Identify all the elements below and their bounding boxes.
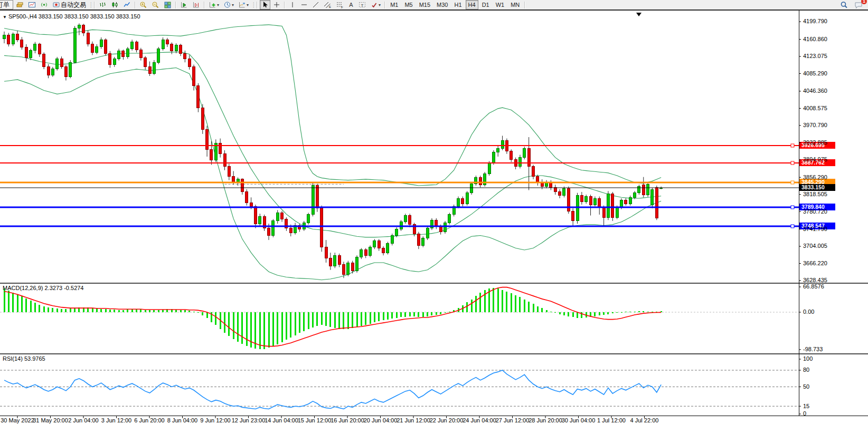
candle-body [51,69,54,75]
candle-body [43,54,45,67]
zoom-in-button[interactable] [138,0,149,9]
candle-body [148,67,151,74]
candle-body [369,247,372,255]
candle-body [329,258,332,266]
text-tool-button[interactable]: A [346,0,356,9]
chart-shift-marker-icon[interactable] [636,13,641,16]
price-tick-label: 3894.975 [803,156,827,162]
macd-histogram-bar [621,312,622,313]
price-badge-label: 3833.150 [801,184,825,190]
svg-text:A: A [349,2,353,8]
level-anchor-marker[interactable] [791,144,794,147]
macd-histogram-bar [466,302,468,312]
macd-histogram-bar [263,312,265,349]
crosshair-tool-button[interactable] [271,0,282,9]
candle-body [391,235,393,243]
macd-histogram-bar [550,312,552,312]
periods-button[interactable]: ▾ [222,0,235,9]
chart-shift-icon [192,1,200,8]
svg-text:E: E [329,5,331,8]
panel-separator[interactable] [0,283,868,284]
macd-histogram-bar [440,312,441,314]
trendline-button[interactable] [310,0,321,9]
candle-body [135,42,138,50]
candle-body [162,40,164,49]
macd-tick-label: -98.733 [803,346,823,352]
macd-tick-label: 0.00 [803,309,814,315]
vertical-line-button[interactable] [287,0,298,9]
tab-timeframe-w1[interactable]: W1 [493,0,507,9]
macd-histogram-bar [268,312,270,348]
templates-button[interactable]: ▾ [237,0,250,9]
level-anchor-marker[interactable] [791,225,794,228]
macd-histogram-bar [136,309,137,312]
tab-timeframe-m1[interactable]: M1 [388,0,401,9]
indicators-button[interactable]: ▾ [207,0,221,9]
line-chart-button[interactable] [121,0,133,9]
tab-timeframe-mn[interactable]: MN [508,0,522,9]
tab-timeframe-m15[interactable]: M15 [417,0,433,9]
level-anchor-marker[interactable] [791,206,794,209]
candle-body [585,197,588,202]
macd-histogram-bar [365,312,366,325]
tab-timeframe-m5[interactable]: M5 [402,0,415,9]
macd-signal-line [4,287,661,346]
chart-shift-button[interactable] [191,0,202,9]
macd-histogram-bar [180,310,182,312]
candle-body [360,250,363,257]
level-anchor-marker[interactable] [791,161,794,165]
macd-histogram-bar [607,312,609,314]
chevron-down-icon: ▾ [247,3,249,7]
candle-body [246,192,248,203]
level-anchor-marker[interactable] [791,181,794,184]
candle-body [572,211,574,221]
time-tick-label: 30 May 2022 [1,417,34,423]
horizontal-line-button[interactable] [299,0,309,9]
zoom-out-button[interactable] [150,0,161,9]
cursor-tool-button[interactable] [260,0,270,9]
signals-button[interactable] [39,0,50,9]
search-button[interactable] [838,0,850,9]
candle-body [12,34,14,44]
crosshair-icon [273,1,280,8]
macd-histogram-bar [533,304,534,312]
new-chart-button[interactable] [26,0,37,9]
chat-button[interactable]: 1 [853,0,865,9]
macd-histogram-bar [286,312,287,340]
macd-histogram-bar [184,310,186,312]
bollinger-upper-band [4,25,661,186]
price-tick-label: 3741.790 [803,226,827,232]
tab-timeframe-m30[interactable]: M30 [434,0,450,9]
macd-histogram-bar [325,312,327,326]
equidistant-channel-button[interactable]: E [322,0,333,9]
auto-scroll-button[interactable] [178,0,190,9]
candlestick-chart-button[interactable] [109,0,120,9]
new-order-button[interactable]: 订单 [0,0,13,9]
candle-body [312,186,314,215]
candle-body [435,220,438,226]
autotrading-button[interactable]: 自动交易 [51,0,88,9]
macd-histogram-bar [563,312,565,315]
macd-histogram-bar [413,312,415,316]
bar-chart-button[interactable] [97,0,108,9]
market-depth-button[interactable] [14,0,25,9]
chart-canvas[interactable]: 3926.6953887.7623845.2903833.1503789.840… [0,0,868,424]
tab-timeframe-h4[interactable]: H4 [466,0,478,9]
rsi-line [4,370,661,409]
symbol-ohlc-label: ▼ SP500-,H4 3833.150 3833.150 3833.150 3… [3,13,140,20]
tile-windows-button[interactable] [162,0,173,9]
text-label-button[interactable]: T [357,0,368,9]
collapse-arrow-icon[interactable]: ▼ [3,15,7,20]
macd-histogram-bar [65,309,67,312]
candle-body [386,244,389,253]
tab-timeframe-d1[interactable]: D1 [479,0,492,9]
arrows-button[interactable]: ▾ [369,0,382,9]
macd-histogram-bar [8,291,10,312]
tab-timeframe-h1[interactable]: H1 [452,0,465,9]
candle-body [25,47,27,58]
candle-body [501,140,504,148]
template-icon [238,1,246,8]
macd-indicator-label: MACD(12,26,9) 2.3273 -0.5274 [3,285,83,291]
fibonacci-button[interactable]: F [334,0,345,9]
panel-separator[interactable] [0,353,868,354]
